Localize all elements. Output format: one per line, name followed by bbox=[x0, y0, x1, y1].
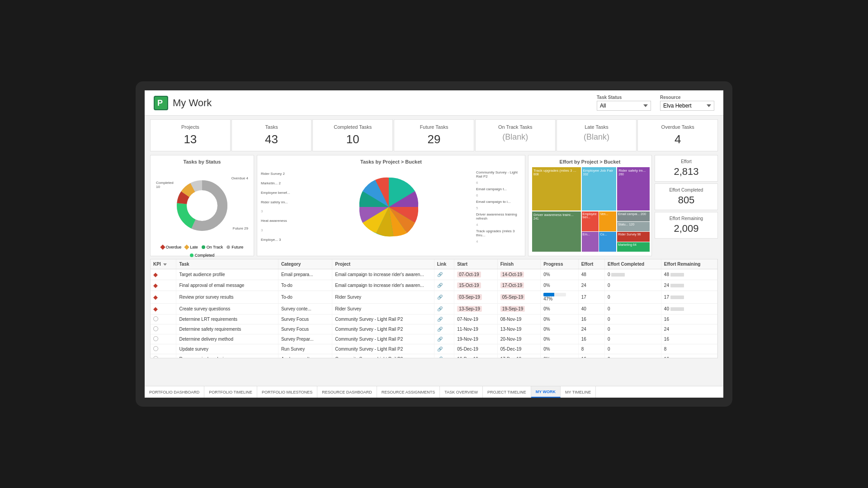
donut-label-completed: Completed10 bbox=[156, 181, 174, 189]
col-effort-remaining: Effort Remaining bbox=[661, 259, 717, 269]
treemap-cell-employee-job-fair: Employee Job Fair 332 bbox=[582, 167, 617, 211]
tab-resource-dashboard[interactable]: RESOURCE DASHBOARD bbox=[317, 386, 377, 398]
kpi-late-tasks-label: Late Tasks bbox=[563, 124, 630, 130]
treemap-subcell-em: Em... bbox=[582, 232, 599, 252]
cell-kpi bbox=[151, 344, 176, 354]
table-row: ◆ Final approval of email message To-do … bbox=[151, 280, 717, 291]
cell-kpi bbox=[151, 324, 176, 334]
cell-kpi bbox=[151, 334, 176, 344]
kpi-effort-completed: Effort Completed 805 bbox=[655, 183, 718, 210]
legend-future: Future bbox=[226, 245, 243, 249]
empty-circle-icon bbox=[153, 356, 158, 358]
cell-kpi: ◆ bbox=[151, 304, 176, 314]
cell-category: Survey Prepar... bbox=[278, 334, 332, 344]
cell-category: To-do bbox=[278, 291, 332, 304]
tab-my-work[interactable]: MY WORK bbox=[531, 386, 561, 398]
cell-project: Community Survey - Light Rail P2 bbox=[332, 354, 434, 358]
cell-start: 05-Dec-19 bbox=[454, 344, 497, 354]
cell-start: 15-Oct-19 bbox=[454, 280, 497, 291]
cell-project: Community Survey - Light Rail P2 bbox=[332, 344, 434, 354]
cell-category: Survey Focus bbox=[278, 314, 332, 324]
cell-finish: 05-Dec-19 bbox=[497, 344, 540, 354]
col-finish: Finish bbox=[497, 259, 540, 269]
kpi-projects-label: Projects bbox=[157, 124, 224, 130]
header-left: P My Work bbox=[154, 96, 212, 110]
cell-effort: 17 bbox=[578, 291, 604, 304]
tab-portfolio-timeline[interactable]: PORTFOLIO TIMELINE bbox=[204, 386, 257, 398]
cell-progress: 0% bbox=[541, 334, 579, 344]
cell-kpi: ◆ bbox=[151, 280, 176, 291]
cell-category: Survey conte... bbox=[278, 304, 332, 314]
donut-label-future: Future 29 bbox=[233, 226, 248, 230]
cell-effort-remaining: 8 bbox=[661, 344, 717, 354]
overdue-icon: ◆ bbox=[153, 282, 158, 289]
cell-effort-remaining: 48 bbox=[661, 269, 717, 280]
treemap-subcell-ven: Ven... bbox=[599, 211, 616, 231]
treemap-cell-driver: Driver awareness traini... 241 bbox=[532, 211, 581, 252]
kpi-ontrack-tasks-label: On Track Tasks bbox=[482, 124, 549, 130]
link-icon: 🔗 bbox=[437, 306, 443, 311]
cell-kpi: ◆ bbox=[151, 269, 176, 280]
treemap-subcell-co: Co... bbox=[599, 232, 616, 252]
overdue-icon: ◆ bbox=[153, 271, 158, 278]
cell-effort-remaining: 16 bbox=[661, 314, 717, 324]
link-icon: 🔗 bbox=[437, 327, 443, 332]
tab-portfolio-milestones[interactable]: PORTFOLIO MILESTONES bbox=[257, 386, 317, 398]
cell-progress: 0% bbox=[541, 314, 579, 324]
tab-project-timeline[interactable]: PROJECT TIMELINE bbox=[483, 386, 531, 398]
table-wrapper[interactable]: KPI Task Category Project Link Start Fin… bbox=[151, 259, 717, 358]
link-icon: 🔗 bbox=[437, 317, 443, 322]
kpi-effort-completed-label: Effort Completed bbox=[660, 188, 712, 192]
task-status-select[interactable]: All bbox=[597, 101, 651, 111]
kpi-effort-label: Effort bbox=[660, 159, 712, 164]
tab-task-overview[interactable]: TASK OVERVIEW bbox=[440, 386, 483, 398]
kpi-effort-completed-value: 805 bbox=[660, 194, 712, 206]
cell-effort-completed: 0 bbox=[605, 280, 661, 291]
cell-link: 🔗 bbox=[434, 324, 454, 334]
legend-ontrack: On Track bbox=[202, 245, 223, 249]
pie-svg-container bbox=[302, 167, 476, 246]
kpi-completed-tasks-label: Completed Tasks bbox=[319, 124, 386, 130]
cell-finish: 20-Nov-19 bbox=[497, 334, 540, 344]
kpi-future-tasks-label: Future Tasks bbox=[401, 124, 467, 130]
cell-task: Update survey bbox=[176, 344, 278, 354]
pie-labels-right: Community Survey - Light Rail P2 6 Email… bbox=[476, 167, 521, 246]
cell-progress: 47% bbox=[541, 291, 579, 304]
treemap-grid: Track upgrades (miles 3 ... 808 Employee… bbox=[532, 167, 648, 251]
ms-project-icon: P bbox=[154, 96, 168, 110]
cell-task: Run numerical analysis bbox=[176, 354, 278, 358]
table-row: Determine LRT requirements Survey Focus … bbox=[151, 314, 717, 324]
date-badge: 17-Oct-19 bbox=[500, 282, 524, 288]
overdue-icon: ◆ bbox=[153, 294, 158, 300]
col-progress: Progress bbox=[541, 259, 579, 269]
cell-start: 11-Nov-19 bbox=[454, 324, 497, 334]
effort-by-project-chart: Effort by Project > Bucket Track upgrade… bbox=[528, 155, 652, 256]
table-row: ◆ Create survey questionss Survey conte.… bbox=[151, 304, 717, 314]
tab-resource-assignments[interactable]: RESOURCE ASSIGNMENTS bbox=[377, 386, 440, 398]
col-effort: Effort bbox=[578, 259, 604, 269]
kpi-tasks: Tasks 43 bbox=[231, 119, 312, 151]
effort-bar bbox=[670, 273, 684, 277]
kpi-completed-tasks: Completed Tasks 10 bbox=[312, 119, 393, 151]
link-icon: 🔗 bbox=[437, 272, 443, 277]
cell-kpi bbox=[151, 314, 176, 324]
cell-effort: 48 bbox=[578, 269, 604, 280]
treemap-cell-multi: Employee ben... Ven... Em... Co... bbox=[582, 211, 617, 252]
date-badge: 14-Oct-19 bbox=[500, 272, 524, 277]
tab-portfolio-dashboard[interactable]: PORTFOLIO DASHBOARD bbox=[145, 386, 204, 398]
cell-effort-remaining: 24 bbox=[661, 280, 717, 291]
donut-chart-container: Completed10 bbox=[154, 167, 250, 244]
tab-my-timeline[interactable]: MY TIMELINE bbox=[561, 386, 596, 398]
donut-legend: Overdue Late On Track Future bbox=[154, 244, 250, 258]
legend-late-icon bbox=[184, 244, 189, 249]
kpi-ontrack-tasks: On Track Tasks (Blank) bbox=[475, 119, 556, 151]
treemap-cell-track: Track upgrades (miles 3 ... 808 bbox=[532, 167, 581, 211]
cell-start: 19-Nov-19 bbox=[454, 334, 497, 344]
resource-select[interactable]: Elva Hebert bbox=[660, 101, 714, 111]
cell-effort-completed: 0 bbox=[605, 324, 661, 334]
cell-finish: 17-Oct-19 bbox=[497, 280, 540, 291]
kpi-effort-remaining: Effort Remaining 2,009 bbox=[655, 212, 718, 239]
pie-svg bbox=[357, 175, 420, 239]
cell-effort: 24 bbox=[578, 324, 604, 334]
cell-effort: 24 bbox=[578, 280, 604, 291]
